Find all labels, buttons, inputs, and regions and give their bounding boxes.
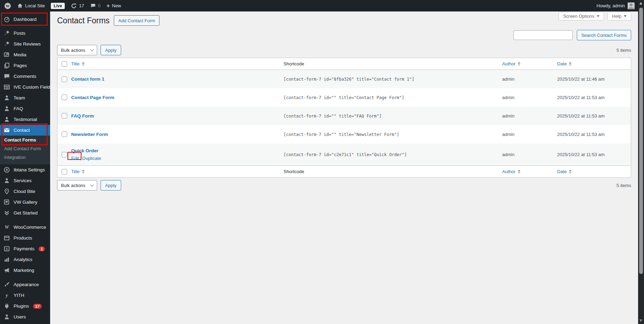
submenu-item-contact-forms[interactable]: Contact Forms bbox=[0, 136, 50, 144]
bulk-actions-select-bottom[interactable]: Bulk actions bbox=[57, 180, 97, 191]
row-checkbox[interactable] bbox=[62, 152, 67, 157]
form-title-link[interactable]: Contact Page Form bbox=[71, 95, 115, 100]
row-checkbox[interactable] bbox=[62, 76, 67, 82]
avatar[interactable] bbox=[628, 2, 635, 9]
sidebar-item-team[interactable]: Team bbox=[0, 92, 50, 103]
select-all-checkbox[interactable] bbox=[62, 61, 67, 67]
sidebar-item-get-started[interactable]: Get Started bbox=[0, 208, 50, 218]
box-icon bbox=[3, 235, 10, 241]
date-cell: 2025/10/22 at 11:53 am bbox=[557, 132, 605, 137]
sidebar-item-payments[interactable]: $ Payments 1 bbox=[0, 243, 50, 254]
author-cell: admin bbox=[502, 152, 515, 157]
sidebar-item-site-reviews[interactable]: Site Reviews bbox=[0, 39, 50, 49]
sidebar-item-pages[interactable]: Pages bbox=[0, 60, 50, 71]
pin-icon bbox=[3, 30, 10, 37]
form-title-link[interactable]: Newsletter Form bbox=[71, 132, 108, 137]
sidebar-item-marketing[interactable]: Marketing bbox=[0, 265, 50, 276]
column-header-author[interactable]: Author bbox=[502, 61, 520, 66]
items-count-bottom: 5 items bbox=[616, 183, 631, 188]
svg-text:W: W bbox=[6, 4, 10, 8]
sidebar-item-faq[interactable]: FAQ bbox=[0, 103, 50, 114]
sidebar-item-posts[interactable]: Posts bbox=[0, 28, 50, 39]
apply-button-bottom[interactable]: Apply bbox=[101, 180, 121, 191]
howdy-text[interactable]: Howdy, admin bbox=[597, 3, 625, 8]
wp-logo-menu[interactable]: W bbox=[4, 2, 11, 9]
admin-bar: W Local Site Live 17 0 + New bbox=[0, 0, 638, 11]
sidebar-item-comments[interactable]: Comments bbox=[0, 71, 50, 82]
sidebar-item-label: VW Gallery bbox=[14, 200, 37, 205]
active-menu-arrow bbox=[50, 125, 55, 135]
comments-link[interactable]: 0 bbox=[90, 3, 101, 9]
dollar-card-icon: $ bbox=[3, 245, 10, 252]
column-footer-title[interactable]: Title bbox=[71, 169, 85, 174]
sidebar-item-ive-custom-fields[interactable]: IVE Custom Fields bbox=[0, 82, 50, 92]
person-icon bbox=[3, 314, 10, 320]
scroll-down-arrow-icon[interactable] bbox=[639, 319, 642, 322]
form-title-link[interactable]: FAQ Form bbox=[71, 113, 94, 119]
search-input[interactable] bbox=[513, 30, 573, 40]
sidebar-item-label: YITH bbox=[14, 293, 24, 298]
apply-button[interactable]: Apply bbox=[101, 45, 121, 55]
shortcode-text: [contact-form-7 id="" title="FAQ Form"] bbox=[284, 114, 382, 119]
add-contact-form-button[interactable]: Add Contact Form bbox=[114, 15, 160, 26]
column-footer-author[interactable]: Author bbox=[502, 169, 520, 174]
sidebar-item-analytics[interactable]: Analytics bbox=[0, 254, 50, 265]
updates-count: 17 bbox=[79, 3, 84, 8]
items-count: 5 items bbox=[616, 48, 631, 53]
bars-chart-icon bbox=[3, 256, 10, 263]
sidebar-item-dashboard[interactable]: Dashboard bbox=[0, 14, 50, 25]
sidebar-item-services[interactable]: Services bbox=[0, 175, 50, 186]
edit-link[interactable]: Edit bbox=[71, 156, 79, 161]
sidebar-item-testimonial[interactable]: Testimonial bbox=[0, 114, 50, 125]
updates-link[interactable]: 17 bbox=[71, 3, 84, 9]
pin-icon bbox=[3, 41, 10, 47]
live-badge: Live bbox=[51, 3, 65, 9]
admin-sidebar: Dashboard Posts Site Reviews Media bbox=[0, 11, 50, 324]
sidebar-item-woocommerce[interactable]: W WooCommerce bbox=[0, 222, 50, 233]
row-checkbox[interactable] bbox=[62, 131, 67, 137]
svg-text:$: $ bbox=[6, 247, 8, 251]
bulk-actions-select[interactable]: Bulk actions bbox=[57, 45, 97, 55]
sidebar-item-media[interactable]: Media bbox=[0, 49, 50, 60]
column-header-date[interactable]: Date bbox=[557, 61, 572, 66]
sidebar-item-label: Media bbox=[14, 52, 26, 57]
sidebar-item-label: Get Started bbox=[14, 210, 38, 216]
megaphone-icon bbox=[3, 267, 10, 274]
sidebar-item-label: Team bbox=[14, 95, 25, 100]
yith-y-icon: y bbox=[3, 292, 10, 299]
sidebar-item-products[interactable]: Products bbox=[0, 233, 50, 243]
submenu-item-add-contact-form[interactable]: Add Contact Form bbox=[0, 144, 50, 153]
help-button[interactable]: Help bbox=[607, 12, 631, 21]
column-header-title[interactable]: Title bbox=[71, 61, 85, 66]
sidebar-item-appearance[interactable]: Appearance bbox=[0, 279, 50, 290]
vertical-scrollbar[interactable] bbox=[638, 0, 644, 324]
sidebar-item-contact[interactable]: Contact bbox=[0, 125, 50, 136]
sidebar-item-cloud-bite[interactable]: Cloud Bite bbox=[0, 186, 50, 197]
form-title-link[interactable]: Contact form 1 bbox=[71, 76, 104, 82]
submenu-item-integration[interactable]: Integration bbox=[0, 153, 50, 162]
author-cell: admin bbox=[502, 113, 515, 119]
column-footer-date[interactable]: Date bbox=[557, 169, 572, 174]
table-grid-icon bbox=[3, 84, 10, 90]
comment-bubble-icon bbox=[90, 3, 96, 9]
new-content-menu[interactable]: + New bbox=[107, 3, 121, 9]
site-name-link[interactable]: Local Site bbox=[17, 3, 45, 9]
row-checkbox[interactable] bbox=[62, 95, 67, 100]
help-label: Help bbox=[612, 14, 621, 19]
search-contact-forms-button[interactable]: Search Contact Forms bbox=[577, 30, 631, 40]
sidebar-item-plugins[interactable]: Plugins 17 bbox=[0, 301, 50, 311]
sidebar-item-yith[interactable]: y YITH bbox=[0, 290, 50, 301]
scrollbar-thumb[interactable] bbox=[639, 8, 643, 274]
scroll-up-arrow-icon[interactable] bbox=[639, 2, 642, 5]
sidebar-item-vw-gallery[interactable]: VW Gallery bbox=[0, 197, 50, 208]
sidebar-item-users[interactable]: Users bbox=[0, 311, 50, 322]
table-row: Newsletter Form [contact-form-7 id="" ti… bbox=[57, 125, 631, 144]
duplicate-link[interactable]: Duplicate bbox=[82, 156, 101, 161]
form-title-link[interactable]: Quick Order bbox=[71, 148, 99, 153]
row-checkbox[interactable] bbox=[62, 113, 67, 119]
date-cell: 2025/10/22 at 11:46 am bbox=[557, 76, 605, 82]
chevron-down-icon bbox=[624, 15, 627, 17]
select-all-checkbox[interactable] bbox=[62, 169, 67, 175]
sidebar-item-ibtana-settings[interactable]: Ibtana Settings bbox=[0, 164, 50, 175]
screen-options-button[interactable]: Screen Options bbox=[559, 12, 604, 21]
